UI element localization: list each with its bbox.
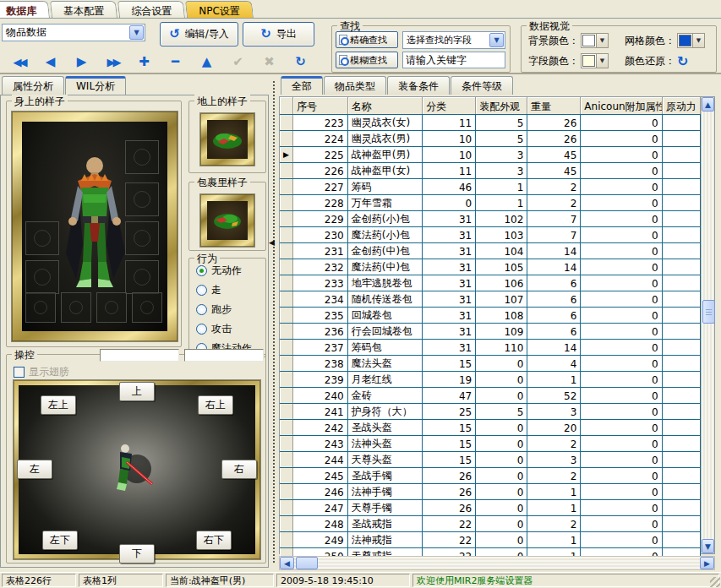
- table-row[interactable]: 243法神头盔15020: [280, 436, 701, 452]
- chevron-down-icon[interactable]: ▼: [489, 33, 504, 47]
- main-tab-基本配置[interactable]: 基本配置: [50, 1, 117, 19]
- collapse-left-icon[interactable]: ◀: [269, 238, 275, 247]
- show-wings-checkbox[interactable]: 显示翅膀: [14, 365, 69, 379]
- control-input-2[interactable]: [184, 349, 264, 362]
- dataset-select[interactable]: 物品数据 ▼: [2, 24, 145, 41]
- table-row[interactable]: 245圣战手镯26020: [280, 468, 701, 484]
- direction-button-left[interactable]: 左: [17, 460, 52, 479]
- column-header-序号[interactable]: 序号: [293, 97, 348, 114]
- scroll-right-icon[interactable]: ▶: [700, 557, 714, 569]
- column-header-Anicoun附加属性[interactable]: Anicoun附加属性: [581, 97, 662, 114]
- grid-color-picker[interactable]: ▼: [677, 33, 705, 48]
- filter-tab-装备条件[interactable]: 装备条件: [387, 76, 450, 95]
- action-radio-跑步[interactable]: 跑步: [196, 302, 265, 317]
- table-row[interactable]: 223幽灵战衣(女)115260: [280, 115, 701, 131]
- keyword-input[interactable]: [402, 52, 505, 68]
- table-row[interactable]: 240金砖470520: [280, 388, 701, 404]
- chevron-down-icon[interactable]: ▼: [692, 34, 704, 47]
- control-input-1[interactable]: [100, 349, 179, 362]
- nav-last-icon[interactable]: ▶▶: [97, 56, 128, 68]
- vertical-scrollbar[interactable]: ▲ ▼: [701, 97, 714, 553]
- table-row[interactable]: ▶225战神盔甲(男)103450: [280, 147, 701, 163]
- table-row[interactable]: 232魔法药(中)包31105140: [280, 259, 701, 275]
- scroll-left-icon[interactable]: ◀: [280, 557, 294, 569]
- nav-refresh-icon[interactable]: ↻: [285, 54, 316, 69]
- nav-add-icon[interactable]: ✚: [128, 54, 160, 69]
- horizontal-scroll-track[interactable]: [294, 557, 700, 569]
- column-header-原动力[interactable]: 原动力: [663, 97, 701, 114]
- table-row[interactable]: 237筹码包31110140: [280, 340, 701, 356]
- direction-button-upleft[interactable]: 左上: [41, 395, 76, 415]
- filter-tab-条件等级[interactable]: 条件等级: [451, 76, 513, 95]
- radio-icon[interactable]: [196, 285, 207, 296]
- radio-icon[interactable]: [196, 304, 207, 315]
- bg-color-picker[interactable]: ▼: [581, 33, 609, 48]
- table-row[interactable]: 231金创药(中)包31104140: [280, 243, 701, 259]
- table-row[interactable]: 242圣战头盔150200: [280, 420, 701, 436]
- nav-first-icon[interactable]: ◀◀: [3, 56, 35, 68]
- action-radio-攻击[interactable]: 攻击: [196, 322, 265, 336]
- horizontal-scrollbar[interactable]: ◀ ▶: [279, 556, 715, 570]
- table-row[interactable]: 229金创药(小)包3110270: [280, 211, 701, 227]
- filter-tab-全部[interactable]: 全部: [281, 76, 323, 95]
- direction-button-right[interactable]: 右: [221, 460, 257, 479]
- table-row[interactable]: 230魔法药(小)包3110370: [280, 227, 701, 243]
- radio-icon[interactable]: [196, 324, 207, 335]
- table-row[interactable]: 244天尊头盔15030: [280, 452, 701, 468]
- direction-button-upright[interactable]: 右上: [198, 395, 233, 415]
- direction-button-downright[interactable]: 右下: [196, 531, 232, 550]
- column-header-装配外观[interactable]: 装配外观: [476, 97, 527, 114]
- nav-prev-icon[interactable]: ◀: [35, 54, 66, 69]
- column-header-重量[interactable]: 重量: [527, 97, 581, 114]
- table-row[interactable]: 249法神戒指22010: [280, 532, 701, 548]
- table-row[interactable]: 239月老红线19010: [280, 372, 701, 388]
- export-button[interactable]: ↻ 导出: [243, 22, 314, 46]
- search-field-select[interactable]: 选择查找的字段 ▼: [402, 31, 505, 49]
- direction-button-up[interactable]: 上: [119, 382, 155, 401]
- panel-splitter[interactable]: ◀: [269, 76, 279, 568]
- exact-search-button[interactable]: 精确查找: [336, 31, 398, 48]
- table-row[interactable]: 246法神手镯26010: [280, 484, 701, 500]
- direction-button-downleft[interactable]: 左下: [42, 531, 78, 550]
- ground-preview[interactable]: [207, 120, 248, 159]
- scroll-up-icon[interactable]: ▲: [702, 97, 714, 112]
- edit-import-button[interactable]: ↺ 编辑/导入: [160, 22, 238, 46]
- table-row[interactable]: 224幽灵战衣(男)105260: [280, 131, 701, 147]
- column-header-名称[interactable]: 名称: [348, 97, 423, 114]
- character-preview[interactable]: [22, 122, 167, 331]
- fuzzy-search-button[interactable]: 模糊查找: [336, 52, 398, 68]
- table-row[interactable]: 247天尊手镯26010: [280, 500, 701, 516]
- chevron-down-icon[interactable]: ▼: [129, 25, 144, 40]
- table-row[interactable]: 234随机传送卷包3110760: [280, 291, 701, 308]
- bag-preview[interactable]: [207, 201, 248, 240]
- table-row[interactable]: 248圣战戒指22020: [280, 516, 701, 532]
- chevron-down-icon[interactable]: ▼: [596, 54, 608, 68]
- table-row[interactable]: 226战神盔甲(女)113450: [280, 163, 701, 179]
- chevron-down-icon[interactable]: ▼: [596, 34, 608, 47]
- table-row[interactable]: 236行会回城卷包3110960: [280, 324, 701, 340]
- column-header-分类[interactable]: 分类: [423, 97, 476, 114]
- analysis-tab-属性分析[interactable]: 属性分析: [2, 76, 64, 95]
- main-tab-综合设置[interactable]: 综合设置: [117, 1, 185, 19]
- nav-remove-icon[interactable]: ━: [160, 54, 191, 69]
- main-tab-数据库[interactable]: 数据库: [0, 1, 50, 19]
- table-row[interactable]: 241护身符（大）25530: [280, 404, 701, 420]
- table-row[interactable]: 227筹码46120: [280, 179, 701, 195]
- horizontal-scroll-thumb[interactable]: [296, 557, 318, 569]
- table-row[interactable]: 238魔法头盔15040: [280, 356, 701, 372]
- vertical-scroll-thumb[interactable]: [702, 300, 715, 324]
- analysis-tab-WIL分析[interactable]: WIL分析: [65, 76, 126, 95]
- color-restore-icon[interactable]: ↻: [677, 53, 688, 69]
- direction-button-down[interactable]: 下: [119, 544, 155, 564]
- table-row[interactable]: 235回城卷包3110860: [280, 308, 701, 324]
- resize-grip[interactable]: [710, 577, 720, 587]
- action-radio-走[interactable]: 走: [196, 283, 265, 297]
- table-row[interactable]: 233地牢逃脱卷包3110660: [280, 275, 701, 291]
- vertical-scroll-track[interactable]: [702, 112, 714, 539]
- scroll-down-icon[interactable]: ▼: [702, 539, 714, 553]
- field-color-picker[interactable]: ▼: [581, 53, 609, 68]
- nav-edit-icon[interactable]: ▲: [191, 54, 222, 69]
- checkbox-box[interactable]: [14, 367, 25, 378]
- nav-next-icon[interactable]: ▶: [66, 54, 97, 69]
- main-tab-NPC设置[interactable]: NPC设置: [185, 1, 254, 19]
